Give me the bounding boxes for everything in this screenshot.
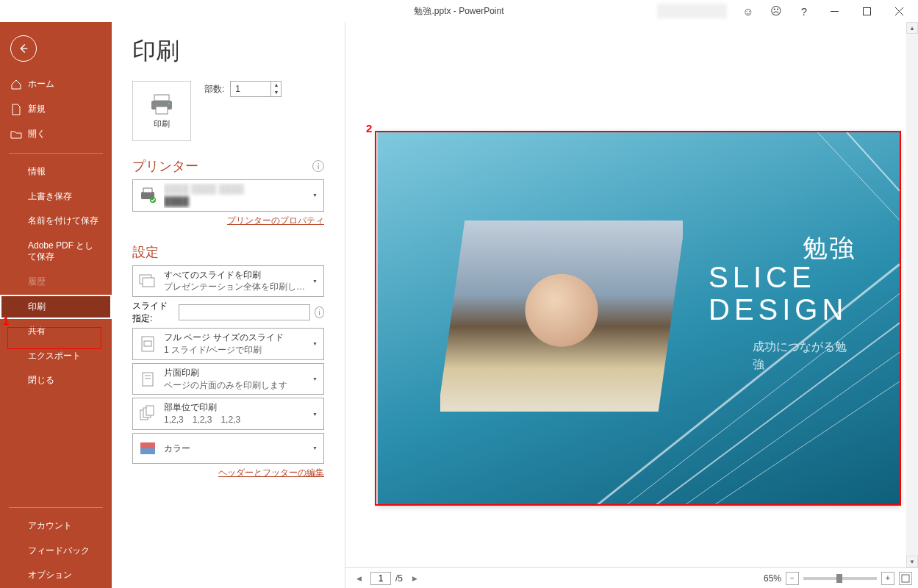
zoom-percent[interactable]: 65%: [764, 573, 781, 584]
zoom-in-button[interactable]: +: [881, 572, 894, 585]
header-footer-link[interactable]: ヘッダーとフッターの編集: [132, 467, 324, 479]
svg-line-31: [817, 132, 900, 220]
slide-title-2: SLICE DESIGN: [709, 261, 856, 326]
chevron-down-icon: ▼: [311, 341, 319, 346]
nav-close[interactable]: 閉じる: [0, 368, 112, 393]
svg-rect-14: [142, 337, 154, 351]
printer-small-icon: [137, 185, 158, 206]
nav-save[interactable]: 上書き保存: [0, 184, 112, 209]
annotation-2: 2: [366, 122, 372, 135]
nav-feedback[interactable]: フィードバック: [0, 539, 112, 564]
slide-spec-input[interactable]: [179, 304, 310, 320]
chevron-down-icon: ▼: [311, 193, 319, 198]
svg-point-8: [168, 102, 171, 104]
preview-vertical-scrollbar[interactable]: ▲ ▼: [906, 22, 918, 567]
svg-line-29: [715, 381, 900, 505]
backstage-sidebar: ホーム 新規 開く 情報 上書き保存 名前を付けて保存 Adobe PDF とし…: [0, 22, 112, 588]
copies-label: 部数:: [204, 83, 224, 96]
close-button[interactable]: [884, 0, 914, 22]
nav-info[interactable]: 情報: [0, 159, 112, 184]
svg-rect-16: [143, 373, 153, 386]
printer-combo[interactable]: ████ ████ ████████ ▼: [132, 179, 324, 212]
slides-all-icon: [137, 270, 158, 291]
home-icon: [10, 79, 22, 90]
copies-down[interactable]: ▼: [271, 89, 281, 96]
color-combo[interactable]: カラー ▼: [132, 433, 324, 464]
nav-adobepdf[interactable]: Adobe PDF として保存: [0, 234, 112, 270]
svg-rect-1: [863, 7, 870, 15]
nav-history: 履歴: [0, 270, 112, 295]
svg-rect-21: [146, 406, 154, 415]
nav-export[interactable]: エクスポート: [0, 344, 112, 369]
nav-new[interactable]: 新規: [0, 97, 112, 122]
printer-info-icon[interactable]: i: [312, 160, 324, 172]
annotation-1: 1: [3, 315, 9, 327]
svg-rect-22: [140, 442, 155, 448]
svg-line-28: [686, 352, 900, 504]
chevron-down-icon: ▼: [311, 445, 319, 451]
nav-options[interactable]: オプション: [0, 563, 112, 588]
svg-rect-5: [154, 95, 169, 101]
prev-page-button[interactable]: ◀: [351, 575, 366, 582]
face-frown-icon[interactable]: ☹: [764, 0, 789, 22]
chevron-down-icon: ▼: [311, 412, 319, 417]
color-icon: [137, 438, 158, 459]
page-total: /5: [395, 573, 403, 584]
preview-status-bar: ◀ /5 ▶ 65% − +: [345, 567, 918, 588]
face-smile-icon[interactable]: ☺: [736, 0, 761, 22]
collate-icon: [137, 404, 158, 424]
chevron-down-icon: ▼: [311, 279, 319, 284]
back-button[interactable]: [10, 35, 37, 62]
one-sided-icon: [137, 369, 158, 390]
print-what-combo[interactable]: すべてのスライドを印刷プレゼンテーション全体を印刷し… ▼: [132, 265, 324, 298]
folder-open-icon: [10, 129, 22, 140]
collate-combo[interactable]: 部単位で印刷1,2,3 1,2,3 1,2,3 ▼: [132, 398, 324, 430]
full-page-icon: [137, 334, 158, 354]
svg-line-30: [847, 132, 900, 191]
printer-icon: [148, 93, 175, 115]
slide-subtitle: 成功につながる勉強: [753, 338, 856, 373]
svg-rect-7: [156, 107, 168, 114]
minimize-button[interactable]: [820, 0, 849, 22]
sides-combo[interactable]: 片面印刷ページの片面のみを印刷します ▼: [132, 363, 324, 395]
page-title: 印刷: [132, 35, 324, 68]
print-button[interactable]: 印刷: [132, 81, 191, 141]
file-icon: [10, 104, 22, 115]
nav-open[interactable]: 開く: [0, 122, 112, 147]
layout-combo[interactable]: フル ページ サイズのスライド1 スライド/ページで印刷 ▼: [132, 328, 324, 360]
scroll-up-icon[interactable]: ▲: [906, 22, 918, 34]
printer-heading: プリンター: [132, 157, 198, 175]
slide-spec-label: スライド指定:: [132, 300, 174, 325]
svg-rect-13: [143, 278, 154, 287]
print-panel: 印刷 印刷 部数: 1 ▲▼ プリンター i: [112, 22, 345, 588]
next-page-button[interactable]: ▶: [407, 575, 422, 582]
user-account-area[interactable]: [657, 4, 727, 18]
slide-spec-info-icon[interactable]: i: [315, 306, 324, 318]
nav-saveas[interactable]: 名前を付けて保存: [0, 209, 112, 234]
window-title: 勉強.pptx - PowerPoint: [414, 5, 503, 18]
svg-rect-10: [143, 188, 152, 193]
zoom-out-button[interactable]: −: [786, 572, 799, 585]
copies-spinner[interactable]: 1 ▲▼: [230, 81, 282, 97]
svg-rect-24: [902, 575, 909, 582]
settings-heading: 設定: [132, 243, 159, 261]
zoom-fit-button[interactable]: [899, 572, 912, 585]
chevron-down-icon: ▼: [311, 376, 319, 381]
printer-properties-link[interactable]: プリンターのプロパティ: [132, 215, 324, 227]
title-bar: 勉強.pptx - PowerPoint ☺ ☹ ?: [0, 0, 918, 22]
page-number-input[interactable]: [370, 572, 391, 585]
help-icon[interactable]: ?: [792, 0, 817, 22]
maximize-button[interactable]: [852, 0, 881, 22]
nav-print[interactable]: 印刷: [0, 295, 112, 320]
svg-rect-23: [140, 448, 155, 454]
slide-image: [438, 220, 686, 412]
nav-share[interactable]: 共有: [0, 319, 112, 344]
copies-up[interactable]: ▲: [271, 82, 281, 89]
scroll-down-icon[interactable]: ▼: [906, 556, 918, 567]
nav-home[interactable]: ホーム: [0, 72, 112, 97]
zoom-slider[interactable]: [803, 577, 877, 580]
slide-preview: 勉強 SLICE DESIGN 成功につながる勉強: [377, 132, 900, 505]
nav-account[interactable]: アカウント: [0, 514, 112, 539]
